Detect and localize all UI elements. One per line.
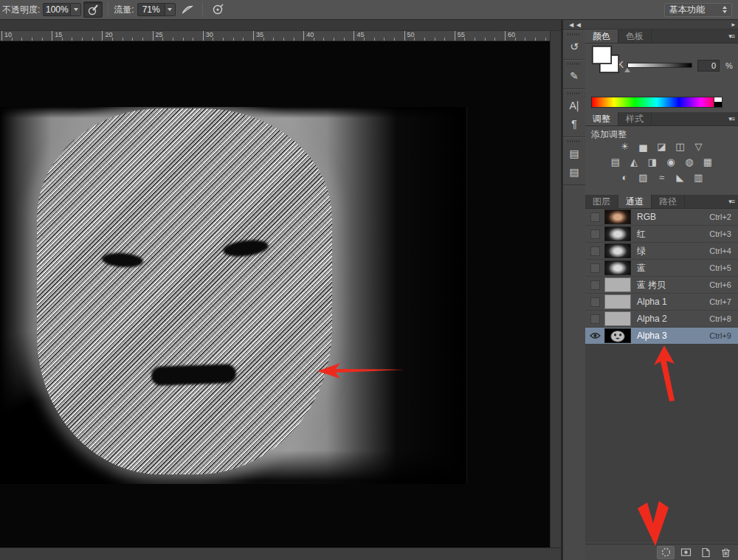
vibrance-icon[interactable]: ▽ <box>692 141 706 153</box>
channel-thumbnail[interactable] <box>604 260 631 275</box>
photo-image[interactable] <box>0 107 467 484</box>
channel-row-Alpha-3[interactable]: Alpha 3Ctrl+9 <box>585 328 738 345</box>
visibility-toggle[interactable] <box>585 314 604 324</box>
grip-dots[interactable] <box>568 63 581 65</box>
visibility-box[interactable] <box>590 246 600 256</box>
visibility-box[interactable] <box>590 297 600 307</box>
visibility-box[interactable] <box>590 263 600 273</box>
opacity-dropdown[interactable]: 100% <box>43 3 81 16</box>
exposure-icon[interactable]: ◫ <box>673 141 688 153</box>
channel-row-蓝-拷贝[interactable]: 蓝 拷贝Ctrl+6 <box>585 277 738 294</box>
k-slider-thumb[interactable] <box>624 68 630 72</box>
character-panel-icon[interactable]: A| <box>565 97 584 114</box>
invert-icon[interactable]: ◐ <box>618 172 632 184</box>
expand-dock-icon[interactable] <box>585 20 738 30</box>
channels-tab-0[interactable]: 图层 <box>585 195 618 208</box>
paragraph-panel-icon[interactable]: ¶ <box>565 115 584 133</box>
color-tab-0[interactable]: 颜色 <box>585 30 618 43</box>
visibility-eye-icon[interactable] <box>585 332 604 339</box>
channel-row-蓝[interactable]: 蓝Ctrl+5 <box>585 260 738 277</box>
delete-channel-button[interactable] <box>717 546 734 559</box>
visibility-toggle[interactable] <box>585 229 604 239</box>
channel-row-红[interactable]: 红Ctrl+3 <box>585 226 738 243</box>
pen-pressure-off-icon[interactable] <box>178 1 197 18</box>
opacity-dropdown-arrow[interactable] <box>70 4 80 15</box>
load-channel-as-selection-button[interactable] <box>657 546 675 559</box>
channel-thumbnail[interactable] <box>604 210 631 224</box>
ruler-tick <box>494 38 495 41</box>
adjustments-tab-1[interactable]: 样式 <box>618 112 652 125</box>
visibility-box[interactable] <box>590 229 600 239</box>
collapse-panels-icon[interactable]: ◄◄ <box>563 20 585 30</box>
channels-panel-menu-icon[interactable] <box>728 198 734 205</box>
hue-saturation-icon[interactable]: ▤ <box>608 156 623 168</box>
channels-tab-1[interactable]: 通道 <box>618 195 652 208</box>
channel-row-绿[interactable]: 绿Ctrl+4 <box>585 243 738 260</box>
k-slider-track[interactable] <box>627 63 692 68</box>
brightness-contrast-icon[interactable]: ☀ <box>618 141 632 153</box>
spectrum-black-swatch[interactable] <box>714 102 722 107</box>
channel-thumbnail[interactable] <box>604 328 631 343</box>
visibility-box[interactable] <box>590 314 600 324</box>
flow-dropdown-arrow[interactable] <box>165 4 175 15</box>
channels-tab-2[interactable]: 路径 <box>652 195 685 208</box>
opacity-value[interactable]: 100% <box>44 4 70 15</box>
visibility-toggle[interactable] <box>585 212 604 222</box>
foreground-color-swatch[interactable] <box>592 46 612 64</box>
grip-dots[interactable] <box>568 92 581 94</box>
notes-panel-icon[interactable]: ▤ <box>565 163 584 181</box>
new-channel-button[interactable] <box>697 546 714 559</box>
channel-shortcut: Ctrl+5 <box>709 263 738 272</box>
grip-dots[interactable] <box>568 33 581 35</box>
channel-thumbnail[interactable] <box>604 294 631 309</box>
levels-icon[interactable]: ▅ <box>636 141 651 153</box>
visibility-box[interactable] <box>590 212 600 222</box>
canvas[interactable] <box>0 41 550 547</box>
save-selection-as-channel-button[interactable] <box>677 546 694 559</box>
grip-dots[interactable] <box>568 140 581 142</box>
flow-dropdown[interactable]: 71% <box>137 3 176 16</box>
gradient-map-icon[interactable]: ◣ <box>673 172 688 184</box>
visibility-toggle[interactable] <box>585 246 604 256</box>
channel-row-Alpha-2[interactable]: Alpha 2Ctrl+8 <box>585 311 738 328</box>
color-panel-menu-icon[interactable] <box>728 32 734 40</box>
channel-thumbnail[interactable] <box>604 227 631 241</box>
flow-value[interactable]: 71% <box>138 4 165 15</box>
ruler: 1015202530354045505560 <box>0 31 551 41</box>
visibility-toggle[interactable] <box>585 297 604 307</box>
channel-mixer-icon[interactable]: ◍ <box>682 156 697 168</box>
channel-row-Alpha-1[interactable]: Alpha 1Ctrl+7 <box>585 294 738 311</box>
adjustments-tab-0[interactable]: 调整 <box>585 112 618 125</box>
k-value-field[interactable]: 0 <box>697 60 720 72</box>
channel-thumbnail[interactable] <box>604 243 631 258</box>
workspace-switcher[interactable]: 基本功能 <box>664 3 732 17</box>
channel-thumbnail[interactable] <box>604 277 631 292</box>
black-white-icon[interactable]: ◨ <box>645 156 660 168</box>
vertical-scrollbar[interactable] <box>550 31 561 547</box>
color-tab-1[interactable]: 色板 <box>618 30 652 43</box>
color-balance-icon[interactable]: ◭ <box>627 156 641 168</box>
photo-filter-icon[interactable]: ◉ <box>663 156 678 168</box>
curves-icon[interactable]: ◪ <box>655 141 669 153</box>
channels-list: RGBCtrl+2红Ctrl+3绿Ctrl+4蓝Ctrl+5蓝 拷贝Ctrl+6… <box>585 209 738 345</box>
channel-thumbnail[interactable] <box>604 311 631 326</box>
color-spectrum-ramp[interactable] <box>591 97 723 108</box>
brush-panel-icon[interactable]: ✎ <box>565 67 584 85</box>
threshold-icon[interactable]: ≈ <box>655 172 669 184</box>
horizontal-scrollbar[interactable] <box>0 547 561 560</box>
visibility-toggle[interactable] <box>585 280 604 290</box>
history-panel-icon[interactable]: ↺ <box>565 38 584 55</box>
info-panel-icon[interactable]: ▤ <box>565 145 584 162</box>
visibility-toggle[interactable] <box>585 263 604 273</box>
channels-panel-tabbar: 图层通道路径 <box>585 195 738 209</box>
color-lookup-icon[interactable]: ▦ <box>700 156 715 168</box>
posterize-icon[interactable]: ▨ <box>636 172 651 184</box>
adjustments-panel-menu-icon[interactable] <box>728 115 734 122</box>
channel-row-RGB[interactable]: RGBCtrl+2 <box>585 209 738 226</box>
tablet-pressure-opacity-icon[interactable] <box>83 1 103 18</box>
selective-color-icon[interactable]: ▥ <box>692 172 706 184</box>
visibility-box[interactable] <box>590 280 600 290</box>
channel-shortcut: Ctrl+2 <box>709 212 738 221</box>
ruler-label: 15 <box>55 31 62 38</box>
airbrush-icon[interactable] <box>208 1 227 18</box>
